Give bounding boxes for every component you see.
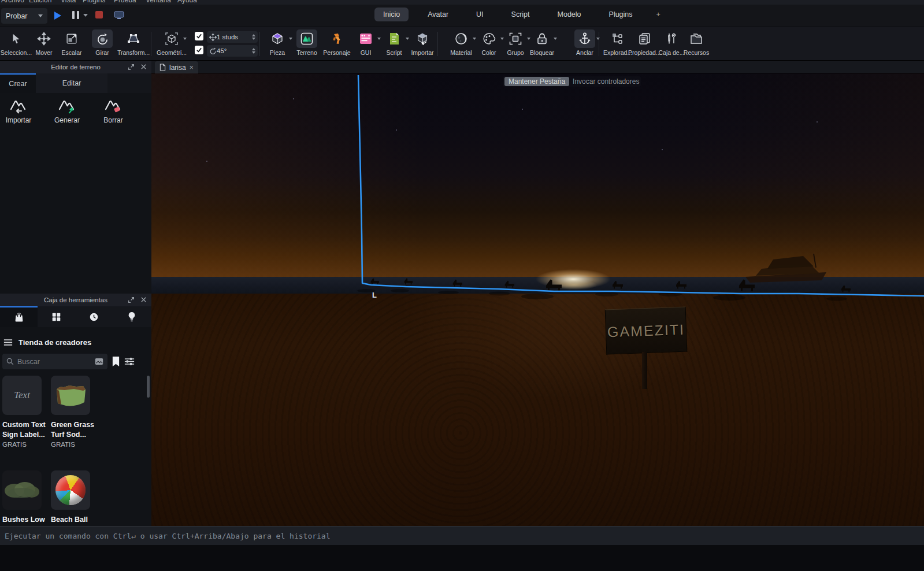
gameziti-sign[interactable]: GAMEZITI	[605, 307, 688, 355]
stop-button[interactable]	[95, 10, 103, 19]
tab-creations[interactable]	[113, 306, 150, 327]
filter-sliders-icon[interactable]	[124, 357, 135, 366]
scale-tool-button[interactable]: Escalar	[55, 29, 88, 56]
move-icon	[209, 34, 217, 41]
terrain-button[interactable]: Terreno	[291, 29, 323, 56]
rotate-tool-button[interactable]: Girar	[86, 29, 118, 56]
selection-handle-label[interactable]: L	[372, 291, 377, 299]
geometric-icon	[165, 32, 179, 46]
menu-item-archivo[interactable]: Archivo	[1, 0, 24, 4]
tab-modelo[interactable]: Modelo	[549, 8, 590, 21]
chevron-down-icon	[83, 14, 88, 17]
gui-button[interactable]: GUI	[350, 29, 382, 56]
asset-thumbnail-custom-text-sign[interactable]: Text	[2, 376, 42, 415]
snap-move-checkbox[interactable]	[195, 32, 203, 40]
tab-marketplace[interactable]	[0, 306, 38, 327]
tab-editar[interactable]: Editar	[36, 73, 107, 93]
terrain-editor-panel: Editor de terreno Crear Editar Importar …	[0, 61, 151, 294]
play-icon	[52, 10, 62, 21]
close-icon[interactable]	[140, 296, 147, 303]
undock-icon[interactable]	[128, 64, 135, 71]
terrain-import-button[interactable]: Importar	[1, 97, 36, 124]
tab-crear[interactable]: Crear	[0, 73, 36, 93]
menu-item-vista[interactable]: Vista	[61, 0, 76, 4]
tab-inicio[interactable]: Inicio	[374, 8, 409, 21]
terrain-generate-button[interactable]: Generar	[50, 97, 84, 124]
snap-move-stepper[interactable]	[252, 34, 255, 40]
tooltip-badge: Mantener Pestaña	[504, 77, 569, 86]
ribbon-tab-bar: Inicio Avatar UI Script Modelo Plugins +	[374, 8, 676, 21]
stop-icon	[95, 10, 103, 19]
lock-button[interactable]: Bloquear	[526, 29, 558, 56]
tab-ui[interactable]: UI	[467, 8, 492, 21]
properties-icon	[637, 32, 651, 46]
terrain-erase-button[interactable]: Borrar	[96, 97, 131, 124]
device-emulation-button[interactable]	[113, 10, 125, 20]
search-input[interactable]: Buscar	[2, 354, 107, 369]
tabstrip-filler	[107, 73, 151, 93]
tab-add[interactable]: +	[652, 8, 665, 21]
bag-icon	[14, 312, 24, 322]
rotate-icon	[96, 32, 109, 46]
pause-icon	[72, 10, 80, 20]
part-button[interactable]: Pieza	[261, 29, 294, 56]
script-button[interactable]: Script	[378, 29, 410, 56]
tab-plugins[interactable]: Plugins	[600, 8, 641, 21]
folder-icon	[689, 32, 703, 45]
menu-item-ayuda[interactable]: Ayuda	[177, 0, 197, 4]
run-mode-dropdown[interactable]: Probar	[1, 8, 47, 24]
left-dock: Editor de terreno Crear Editar Importar …	[0, 61, 151, 526]
snap-move-field[interactable]: 1 studs	[207, 31, 258, 43]
close-icon[interactable]: ×	[190, 64, 194, 72]
snap-rotate-stepper[interactable]	[252, 48, 255, 54]
tab-script[interactable]: Script	[503, 8, 539, 21]
asset-thumbnail-green-grass[interactable]	[51, 376, 90, 415]
place-tab-larisa[interactable]: larisa ×	[155, 61, 198, 73]
tab-avatar[interactable]: Avatar	[419, 8, 457, 21]
asset-name[interactable]: Green Grass	[51, 421, 94, 429]
menu-item-prueba[interactable]: Prueba	[114, 0, 136, 4]
viewport-canvas[interactable]: L GAMEZITI Mantener Pestaña Invocar cont…	[151, 73, 924, 526]
anchor-button[interactable]: Anclar	[569, 29, 601, 56]
asset-thumbnail-beach-ball[interactable]	[51, 470, 90, 510]
chevron-down-icon	[183, 38, 187, 40]
menu-icon[interactable]	[3, 339, 13, 346]
tab-recent[interactable]	[75, 306, 113, 327]
close-icon[interactable]	[140, 64, 147, 70]
pause-button[interactable]	[72, 10, 88, 20]
menu-item-edicion[interactable]: Edición	[29, 0, 51, 4]
command-bar[interactable]: Ejecutar un comando con Ctrl↵ o usar Ctr…	[0, 526, 924, 545]
transform-icon	[127, 32, 140, 46]
gui-icon	[359, 32, 373, 45]
scrollbar[interactable]	[147, 376, 150, 398]
asset-thumbnail-bushes-low[interactable]	[2, 470, 42, 510]
viewport: larisa ×	[151, 61, 924, 526]
transform-tool-button[interactable]: Transform...	[117, 29, 150, 56]
menu-item-ventana[interactable]: Ventana	[146, 0, 171, 4]
character-button[interactable]: Personaje	[321, 29, 353, 56]
material-icon	[454, 32, 468, 46]
bookmark-icon[interactable]	[112, 356, 120, 367]
asset-name[interactable]: Beach Ball	[51, 516, 88, 524]
asset-name[interactable]: Sign Label...	[2, 431, 45, 439]
menu-item-plugins[interactable]: Plugins	[83, 0, 105, 4]
import-button[interactable]: Importar	[406, 29, 439, 56]
run-mode-label: Probar	[6, 12, 28, 20]
snap-rotate-checkbox[interactable]	[195, 46, 203, 54]
tab-inventory[interactable]	[38, 306, 75, 327]
geometric-mode-button[interactable]: Geométri...	[155, 29, 188, 56]
import-icon	[415, 32, 429, 46]
explorer-icon	[611, 32, 625, 46]
ribbon-divider	[599, 32, 599, 56]
asset-name[interactable]: Custom Text	[2, 421, 46, 429]
snap-rotate-field[interactable]: 45°	[207, 45, 258, 57]
store-header: Tienda de creadores	[0, 334, 151, 350]
asset-name[interactable]: Bushes Low	[2, 516, 45, 524]
quick-access-bar: Probar Inicio Avatar UI Script Modelo Pl…	[0, 5, 924, 27]
asset-price: GRATIS	[2, 441, 27, 448]
undock-icon[interactable]	[128, 296, 135, 303]
asset-name[interactable]: Turf Sod...	[51, 431, 86, 439]
play-button[interactable]	[52, 10, 62, 21]
assets-button[interactable]: Recursos	[680, 29, 713, 56]
image-search-icon[interactable]	[95, 358, 103, 365]
